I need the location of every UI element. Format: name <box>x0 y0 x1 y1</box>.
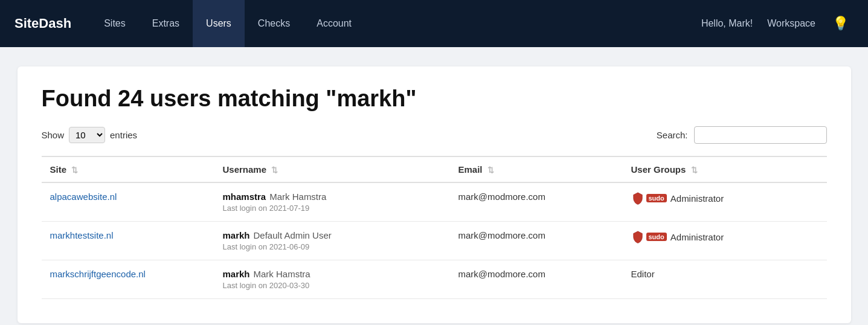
sudo-label: sudo <box>646 194 667 202</box>
group-name: Editor <box>631 269 655 279</box>
username-display: Default Admin User <box>254 230 332 240</box>
nav-extras[interactable]: Extras <box>139 0 193 47</box>
site-link[interactable]: markschrijftgeencode.nl <box>50 269 146 279</box>
username-bold: mhamstra <box>223 191 266 202</box>
entries-select[interactable]: 10 25 50 100 <box>69 127 105 143</box>
sort-username-icon: ⇅ <box>271 166 278 175</box>
sort-groups-icon: ⇅ <box>691 166 698 175</box>
brand-logo[interactable]: SiteDash <box>14 16 71 31</box>
search-row: Search: <box>657 126 827 144</box>
site-link[interactable]: markhtestsite.nl <box>50 230 114 240</box>
page-title: Found 24 users matching "markh" <box>42 86 827 112</box>
main-container: Found 24 users matching "markh" Show 10 … <box>18 66 851 323</box>
controls-row: Show 10 25 50 100 entries Search: <box>42 126 827 144</box>
username-display: Mark Hamstra <box>254 269 310 279</box>
entries-label: entries <box>110 130 137 140</box>
nav-checks[interactable]: Checks <box>245 0 303 47</box>
search-input[interactable] <box>694 126 827 144</box>
group-cell: Editor <box>631 269 818 279</box>
username-bold: markh <box>223 230 250 240</box>
table-row: markhtestsite.nlmarkhDefault Admin UserL… <box>42 222 827 260</box>
nav-links: Sites Extras Users Checks Account <box>91 0 701 47</box>
workspace-button[interactable]: Workspace <box>760 18 823 29</box>
sort-site-icon: ⇅ <box>71 166 78 175</box>
col-groups-header[interactable]: User Groups ⇅ <box>623 156 827 182</box>
col-site-header[interactable]: Site ⇅ <box>42 156 214 182</box>
sudo-label: sudo <box>646 233 667 241</box>
col-email-header[interactable]: Email ⇅ <box>450 156 623 182</box>
group-name: Administrator <box>670 193 724 204</box>
sort-email-icon: ⇅ <box>487 166 494 175</box>
nav-users[interactable]: Users <box>193 0 245 47</box>
sudo-badge: sudo <box>631 230 667 243</box>
sudo-badge: sudo <box>631 191 667 205</box>
bulb-icon[interactable]: 💡 <box>828 16 854 31</box>
username-display: Mark Hamstra <box>269 191 326 202</box>
table-row: alpacawebsite.nlmhamstraMark HamstraLast… <box>42 182 827 222</box>
group-cell: sudoAdministrator <box>631 191 818 205</box>
last-login: Last login on 2021-06-09 <box>223 242 442 251</box>
table-header-row: Site ⇅ Username ⇅ Email ⇅ User Groups ⇅ <box>42 156 827 182</box>
navbar: SiteDash Sites Extras Users Checks Accou… <box>0 0 868 47</box>
email-text: mark@modmore.com <box>458 269 545 279</box>
last-login: Last login on 2020-03-30 <box>223 281 442 290</box>
greeting-text: Hello, Mark! <box>701 18 753 29</box>
username-bold: markh <box>223 269 250 279</box>
col-username-header[interactable]: Username ⇅ <box>214 156 450 182</box>
group-cell: sudoAdministrator <box>631 230 818 243</box>
show-entries: Show 10 25 50 100 entries <box>42 127 138 143</box>
site-link[interactable]: alpacawebsite.nl <box>50 191 117 202</box>
email-text: mark@modmore.com <box>458 191 545 202</box>
shield-icon <box>631 230 645 243</box>
users-table: Site ⇅ Username ⇅ Email ⇅ User Groups ⇅ … <box>42 156 827 299</box>
nav-right: Hello, Mark! Workspace 💡 <box>701 16 854 31</box>
shield-icon <box>631 191 645 205</box>
nav-account[interactable]: Account <box>303 0 365 47</box>
table-row: markschrijftgeencode.nlmarkhMark Hamstra… <box>42 260 827 299</box>
last-login: Last login on 2021-07-19 <box>223 204 442 213</box>
group-name: Administrator <box>670 232 724 242</box>
nav-sites[interactable]: Sites <box>91 0 139 47</box>
email-text: mark@modmore.com <box>458 230 545 240</box>
search-label: Search: <box>657 130 688 140</box>
show-label: Show <box>42 130 65 140</box>
